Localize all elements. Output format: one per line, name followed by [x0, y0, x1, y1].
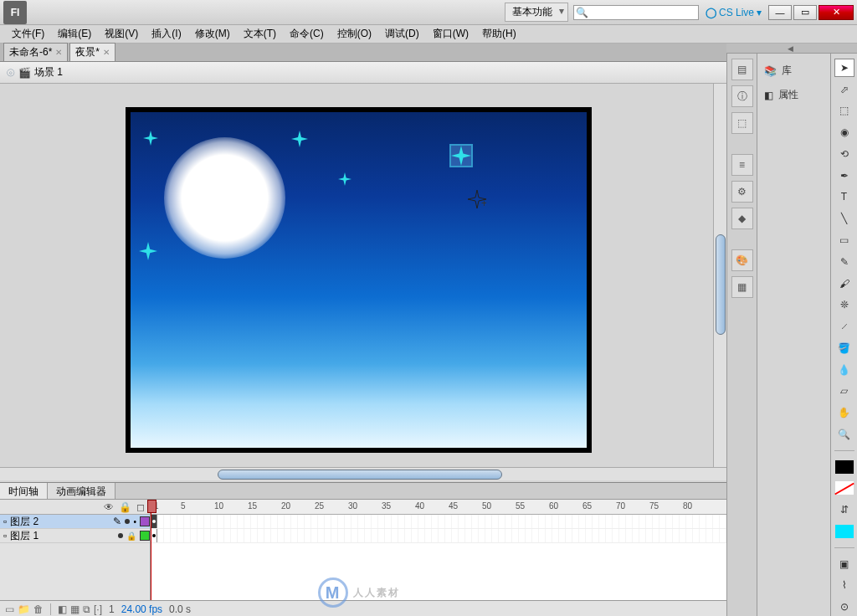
timeline-tab[interactable]: 动画编辑器	[48, 483, 115, 499]
swap-colors-icon[interactable]: ⇵	[834, 501, 854, 519]
onion-outline-icon[interactable]: ▦	[70, 603, 80, 615]
edit-multiple-icon[interactable]: ⧉	[83, 603, 90, 615]
star-graphic[interactable]	[338, 172, 352, 186]
back-icon[interactable]: ⦾	[7, 67, 15, 79]
eraser-tool[interactable]: ▱	[834, 382, 854, 400]
close-tab-icon[interactable]: ✕	[103, 48, 110, 57]
star-graphic[interactable]	[291, 131, 308, 147]
lock-icon[interactable]: 🔒	[119, 501, 131, 513]
menu-item[interactable]: 修改(M)	[188, 25, 237, 43]
components-icon[interactable]: ⚙	[731, 181, 753, 203]
timeline-tab[interactable]: 时间轴	[0, 483, 48, 499]
swatches-icon[interactable]: ▦	[731, 276, 753, 298]
vertical-scrollbar[interactable]	[713, 84, 726, 467]
new-folder-icon[interactable]: 📁	[18, 603, 30, 615]
free-transform-tool[interactable]: ⬚	[834, 102, 854, 121]
fps-display[interactable]: 24.00 fps	[121, 603, 162, 615]
star-graphic[interactable]	[143, 131, 158, 146]
star-graphic-selected[interactable]	[451, 146, 471, 166]
maximize-button[interactable]: ▭	[793, 5, 817, 20]
line-tool[interactable]: ╲	[834, 209, 854, 228]
stage-area[interactable]: +	[0, 84, 726, 467]
3d-rotation-tool[interactable]: ◉	[834, 123, 854, 141]
layer-row[interactable]: ▫ 图层 2 ✎ •	[0, 515, 150, 529]
document-tab[interactable]: 夜景*✕	[69, 43, 115, 61]
menu-item[interactable]: 窗口(W)	[426, 25, 475, 43]
frame-ruler[interactable]: 15101520253035404550556065707580	[151, 500, 726, 515]
right-column: ◀◀ ▤ ⓘ ⬚ ≡ ⚙ ◆ 🎨 ▦ ◀◀ 📚库◧属性 ◀ ➤ ⬀ ⬚ ◉ ⟲ …	[726, 44, 857, 616]
search-input[interactable]: 🔍	[573, 5, 699, 20]
hand-tool[interactable]: ✋	[834, 403, 854, 422]
collapse-icon[interactable]: ◀	[726, 44, 857, 54]
zoom-tool[interactable]: 🔍	[834, 425, 854, 444]
new-layer-icon[interactable]: ▭	[5, 603, 14, 615]
outline-swatch[interactable]	[140, 531, 150, 541]
layer-name[interactable]: 图层 2	[10, 515, 110, 529]
timeline-panel: 时间轴动画编辑器 👁 🔒 ◻ ▫ 图层 2 ✎ • ▫ 图层 1 🔒 15101…	[0, 482, 726, 616]
panel-item[interactable]: ◧属性	[757, 83, 830, 107]
document-tab[interactable]: 未命名-6*✕	[3, 43, 68, 61]
menu-item[interactable]: 帮助(H)	[475, 25, 523, 43]
menu-item[interactable]: 控制(O)	[331, 25, 378, 43]
info-icon[interactable]: ⓘ	[731, 85, 753, 107]
horizontal-scrollbar[interactable]	[0, 467, 726, 480]
pen-tool[interactable]: ✒	[834, 167, 854, 185]
brush-tool[interactable]: 🖌	[834, 275, 854, 293]
subselection-tool[interactable]: ⬀	[834, 80, 854, 99]
lasso-tool[interactable]: ⟲	[834, 145, 854, 163]
frame-row[interactable]	[151, 515, 726, 529]
behaviors-icon[interactable]: ◆	[731, 208, 753, 229]
lock-dot[interactable]: 🔒	[126, 531, 136, 541]
text-tool[interactable]: T	[834, 188, 854, 207]
outline-swatch[interactable]	[140, 516, 150, 526]
properties-icon[interactable]: ▤	[731, 59, 753, 80]
smooth-icon[interactable]: ⌇	[834, 576, 854, 594]
paint-bucket-tool[interactable]: 🪣	[834, 339, 854, 357]
visibility-dot[interactable]	[118, 533, 123, 538]
pencil-icon: ✎	[113, 516, 121, 527]
layer-name[interactable]: 图层 1	[10, 529, 115, 543]
deco-tool[interactable]: ❊	[834, 295, 854, 314]
frame-row[interactable]	[151, 529, 726, 543]
panel-item[interactable]: 📚库	[757, 59, 830, 83]
minimize-button[interactable]: —	[768, 5, 792, 20]
frames-area[interactable]: 15101520253035404550556065707580	[151, 500, 726, 600]
color-icon[interactable]: 🎨	[731, 249, 753, 271]
playhead[interactable]	[151, 500, 151, 600]
close-tab-icon[interactable]: ✕	[55, 48, 62, 57]
visibility-dot[interactable]	[125, 519, 130, 524]
menu-item[interactable]: 调试(D)	[378, 25, 426, 43]
onion-skin-icon[interactable]: ◧	[58, 603, 67, 615]
pencil-tool[interactable]: ✎	[834, 253, 854, 271]
stroke-color[interactable]	[834, 458, 854, 476]
cslive-button[interactable]: CS Live ▾	[706, 7, 762, 18]
menu-item[interactable]: 编辑(E)	[51, 25, 98, 43]
moon-graphic[interactable]	[164, 137, 285, 259]
magnet-icon[interactable]: ⊙	[834, 598, 854, 616]
visibility-icon[interactable]: 👁	[104, 501, 114, 513]
close-button[interactable]: ✕	[819, 5, 854, 20]
eyedropper-tool[interactable]: 💧	[834, 361, 854, 379]
menu-item[interactable]: 插入(I)	[145, 25, 187, 43]
snap-icon[interactable]: ▣	[834, 555, 854, 573]
rectangle-tool[interactable]: ▭	[834, 231, 854, 249]
menu-item[interactable]: 视图(V)	[98, 25, 145, 43]
bone-tool[interactable]: ⟋	[834, 317, 854, 336]
layer-row[interactable]: ▫ 图层 1 🔒	[0, 529, 150, 543]
stage[interactable]: +	[126, 107, 592, 453]
star-graphic[interactable]	[139, 242, 157, 260]
lock-dot[interactable]: •	[133, 517, 136, 526]
align-icon[interactable]: ≡	[731, 154, 753, 176]
workspace-dropdown[interactable]: 基本功能	[505, 3, 568, 22]
menu-item[interactable]: 文本(T)	[237, 25, 283, 43]
menu-item[interactable]: 命令(C)	[283, 25, 331, 43]
transform-icon[interactable]: ⬚	[731, 112, 753, 134]
ruler-mark: 55	[516, 501, 525, 511]
outline-icon[interactable]: ◻	[136, 501, 145, 513]
fill-color[interactable]	[834, 479, 854, 497]
menu-item[interactable]: 文件(F)	[5, 25, 51, 43]
selection-tool[interactable]: ➤	[834, 59, 854, 77]
marker-icon[interactable]: [·]	[94, 603, 102, 615]
current-fill[interactable]	[834, 522, 854, 541]
delete-layer-icon[interactable]: 🗑	[33, 603, 44, 615]
